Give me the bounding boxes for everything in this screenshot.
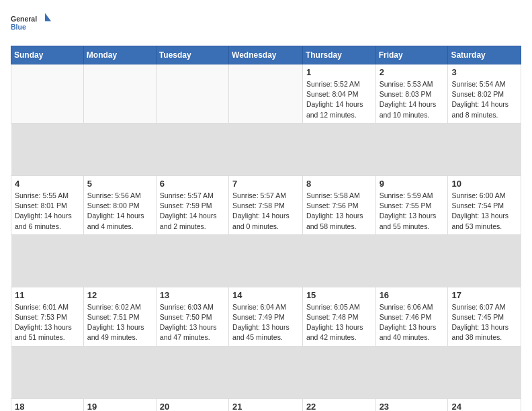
day-number: 4 — [15, 179, 80, 189]
calendar-table: SundayMondayTuesdayWednesdayThursdayFrid… — [11, 46, 521, 411]
day-number: 18 — [15, 402, 80, 411]
day-info: Sunrise: 5:56 AMSunset: 8:00 PMDaylight:… — [87, 191, 152, 232]
calendar-day: 2Sunrise: 5:53 AMSunset: 8:03 PMDaylight… — [375, 64, 448, 124]
weekday-header-friday: Friday — [375, 46, 448, 64]
day-info: Sunrise: 5:58 AMSunset: 7:56 PMDaylight:… — [306, 191, 372, 232]
day-info: Sunrise: 6:05 AMSunset: 7:48 PMDaylight:… — [306, 302, 372, 343]
page-header: General Blue — [11, 11, 521, 38]
day-info: Sunrise: 5:52 AMSunset: 8:04 PMDaylight:… — [306, 79, 372, 120]
day-number: 10 — [451, 179, 517, 189]
day-number: 23 — [380, 402, 445, 411]
calendar-day: 14Sunrise: 6:04 AMSunset: 7:49 PMDayligh… — [229, 287, 303, 346]
weekday-header-sunday: Sunday — [11, 46, 84, 64]
day-info: Sunrise: 6:02 AMSunset: 7:51 PMDaylight:… — [87, 302, 152, 343]
calendar-week-row: 1Sunrise: 5:52 AMSunset: 8:04 PMDaylight… — [11, 64, 521, 124]
calendar-week-row: 4Sunrise: 5:55 AMSunset: 8:01 PMDaylight… — [11, 175, 521, 234]
day-info: Sunrise: 5:55 AMSunset: 8:01 PMDaylight:… — [15, 191, 80, 232]
calendar-day: 4Sunrise: 5:55 AMSunset: 8:01 PMDaylight… — [11, 175, 84, 234]
day-info: Sunrise: 5:59 AMSunset: 7:55 PMDaylight:… — [380, 191, 445, 232]
week-separator — [11, 346, 521, 398]
calendar-day: 15Sunrise: 6:05 AMSunset: 7:48 PMDayligh… — [302, 287, 375, 346]
weekday-header-row: SundayMondayTuesdayWednesdayThursdayFrid… — [11, 46, 521, 64]
calendar-day: 16Sunrise: 6:06 AMSunset: 7:46 PMDayligh… — [375, 287, 448, 346]
calendar-day: 22Sunrise: 6:11 AMSunset: 7:38 PMDayligh… — [302, 398, 375, 411]
calendar-day — [156, 64, 228, 124]
svg-text:General: General — [11, 15, 37, 23]
calendar-day: 7Sunrise: 5:57 AMSunset: 7:58 PMDaylight… — [229, 175, 303, 234]
day-info: Sunrise: 5:53 AMSunset: 8:03 PMDaylight:… — [380, 79, 445, 120]
calendar-day: 17Sunrise: 6:07 AMSunset: 7:45 PMDayligh… — [448, 287, 521, 346]
calendar-day: 10Sunrise: 6:00 AMSunset: 7:54 PMDayligh… — [448, 175, 521, 234]
day-number: 7 — [232, 179, 299, 189]
calendar-day — [229, 64, 303, 124]
svg-text:Blue: Blue — [11, 23, 26, 31]
day-info: Sunrise: 6:01 AMSunset: 7:53 PMDaylight:… — [15, 302, 80, 343]
svg-marker-2 — [45, 13, 51, 21]
calendar-day: 5Sunrise: 5:56 AMSunset: 8:00 PMDaylight… — [83, 175, 156, 234]
day-info: Sunrise: 6:03 AMSunset: 7:50 PMDaylight:… — [160, 302, 225, 343]
calendar-day: 6Sunrise: 5:57 AMSunset: 7:59 PMDaylight… — [156, 175, 228, 234]
calendar-day: 9Sunrise: 5:59 AMSunset: 7:55 PMDaylight… — [375, 175, 448, 234]
day-number: 16 — [380, 290, 445, 300]
day-number: 2 — [380, 67, 445, 77]
weekday-header-saturday: Saturday — [448, 46, 521, 64]
calendar-day: 19Sunrise: 6:08 AMSunset: 7:42 PMDayligh… — [83, 398, 156, 411]
day-number: 9 — [380, 179, 445, 189]
day-number: 1 — [306, 67, 372, 77]
week-separator — [11, 123, 521, 175]
day-info: Sunrise: 6:04 AMSunset: 7:49 PMDaylight:… — [232, 302, 299, 343]
day-number: 11 — [15, 290, 80, 300]
day-number: 6 — [160, 179, 225, 189]
day-info: Sunrise: 5:54 AMSunset: 8:02 PMDaylight:… — [451, 79, 517, 120]
calendar-day: 20Sunrise: 6:09 AMSunset: 7:41 PMDayligh… — [156, 398, 228, 411]
day-number: 22 — [306, 402, 372, 411]
day-number: 14 — [232, 290, 299, 300]
day-number: 20 — [160, 402, 225, 411]
weekday-header-monday: Monday — [83, 46, 156, 64]
calendar-day: 24Sunrise: 6:13 AMSunset: 7:35 PMDayligh… — [448, 398, 521, 411]
day-number: 13 — [160, 290, 225, 300]
logo-icon: General Blue — [11, 11, 51, 38]
logo: General Blue — [11, 11, 51, 38]
day-info: Sunrise: 5:57 AMSunset: 7:59 PMDaylight:… — [160, 191, 225, 232]
day-number: 19 — [87, 402, 152, 411]
day-number: 17 — [451, 290, 517, 300]
calendar-day: 1Sunrise: 5:52 AMSunset: 8:04 PMDaylight… — [302, 64, 375, 124]
week-separator — [11, 234, 521, 287]
day-number: 5 — [87, 179, 152, 189]
day-number: 21 — [232, 402, 299, 411]
day-info: Sunrise: 5:57 AMSunset: 7:58 PMDaylight:… — [232, 191, 299, 232]
day-number: 24 — [451, 402, 517, 411]
day-info: Sunrise: 6:00 AMSunset: 7:54 PMDaylight:… — [451, 191, 517, 232]
calendar-day: 18Sunrise: 6:08 AMSunset: 7:44 PMDayligh… — [11, 398, 84, 411]
calendar-day: 21Sunrise: 6:10 AMSunset: 7:39 PMDayligh… — [229, 398, 303, 411]
day-number: 12 — [87, 290, 152, 300]
calendar-day: 3Sunrise: 5:54 AMSunset: 8:02 PMDaylight… — [448, 64, 521, 124]
weekday-header-thursday: Thursday — [302, 46, 375, 64]
day-info: Sunrise: 6:07 AMSunset: 7:45 PMDaylight:… — [451, 302, 517, 343]
calendar-day: 8Sunrise: 5:58 AMSunset: 7:56 PMDaylight… — [302, 175, 375, 234]
calendar-day: 11Sunrise: 6:01 AMSunset: 7:53 PMDayligh… — [11, 287, 84, 346]
calendar-week-row: 11Sunrise: 6:01 AMSunset: 7:53 PMDayligh… — [11, 287, 521, 346]
weekday-header-tuesday: Tuesday — [156, 46, 228, 64]
calendar-day: 23Sunrise: 6:12 AMSunset: 7:37 PMDayligh… — [375, 398, 448, 411]
calendar-day — [83, 64, 156, 124]
day-info: Sunrise: 6:06 AMSunset: 7:46 PMDaylight:… — [380, 302, 445, 343]
calendar-day — [11, 64, 84, 124]
day-number: 3 — [451, 67, 517, 77]
calendar-week-row: 18Sunrise: 6:08 AMSunset: 7:44 PMDayligh… — [11, 398, 521, 411]
weekday-header-wednesday: Wednesday — [229, 46, 303, 64]
day-number: 15 — [306, 290, 372, 300]
calendar-day: 12Sunrise: 6:02 AMSunset: 7:51 PMDayligh… — [83, 287, 156, 346]
calendar-day: 13Sunrise: 6:03 AMSunset: 7:50 PMDayligh… — [156, 287, 228, 346]
day-number: 8 — [306, 179, 372, 189]
